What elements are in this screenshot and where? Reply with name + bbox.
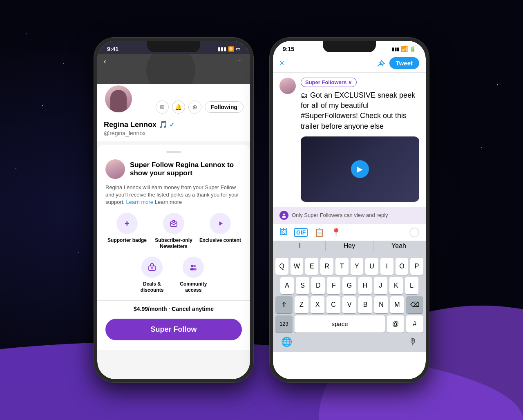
notice-text: Only Super Followers can view and reply [292,212,388,218]
location-icon[interactable]: 📍 [331,228,341,237]
svg-point-16 [282,216,286,218]
divider [97,300,250,301]
notification-button[interactable]: 🔔 [172,101,185,114]
more-button[interactable]: ··· [236,57,244,64]
avatar-row: ✉ 🔔 ⊕ Following [97,84,250,117]
tweet-button[interactable]: Tweet [389,57,419,69]
svg-point-15 [283,213,285,215]
key-v[interactable]: V [342,296,356,313]
left-phone: 9:41 ▮▮▮ 🛜 ▭ ‹ ··· [94,38,253,382]
key-w[interactable]: W [291,258,304,275]
key-l[interactable]: L [405,277,418,294]
super-follow-sheet: Super Follow Regina Lennox to show your … [97,145,250,350]
svg-point-9 [151,267,153,269]
gif-icon[interactable]: GIF [294,228,308,237]
back-button[interactable]: ‹ [104,57,106,66]
key-p[interactable]: P [410,258,423,275]
sheet-handle [166,151,181,153]
avatar-silhouette [110,90,127,112]
sheet-subtitle: Regina Lennox will earn money from your … [105,184,242,206]
notch-right [323,41,376,52]
key-z[interactable]: Z [295,296,308,313]
perk-community: Communityaccess [180,257,207,294]
suggestion-hey[interactable]: Hey [325,241,373,251]
key-a[interactable]: A [280,277,294,294]
compose-content: Super Followers ∨ 🗂 Got an EXCLUSIVE sne… [301,78,419,202]
key-n[interactable]: N [374,296,388,313]
sheet-title: Super Follow Regina Lennox to show your … [130,161,242,177]
add-button[interactable]: ⊕ [188,101,201,114]
chevron-down-icon: ∨ [348,79,352,85]
key-e[interactable]: E [305,258,318,275]
signal-icon-right: ▮▮▮ [392,47,399,52]
key-h[interactable]: H [358,277,372,294]
video-thumbnail[interactable]: ▶ [301,136,419,202]
space-key[interactable]: space [295,315,385,333]
hash-key[interactable]: # [406,315,423,333]
perk-newsletters: Subscriber-only Newsletters [152,213,195,250]
audience-selector[interactable]: Super Followers ∨ [301,78,357,87]
verified-badge: ✓ [169,121,174,129]
key-s[interactable]: S [296,277,309,294]
notice-icon [279,211,288,220]
mic-icon[interactable]: 🎙 [409,337,418,347]
compose-toolbar: 🖼 GIF 📋 📍 [273,224,426,241]
key-c[interactable]: C [326,296,340,313]
compose-header: × Tweet [273,54,426,73]
newsletters-label: Subscriber-only Newsletters [152,237,195,250]
key-u[interactable]: U [365,258,378,275]
key-y[interactable]: Y [351,258,364,275]
perks-row2: Deals &discounts Communityaccess [105,257,242,294]
key-g[interactable]: G [342,277,356,294]
shift-key[interactable]: ⇧ [275,296,293,313]
key-x[interactable]: X [311,296,324,313]
profile-handle: @regina_lennox [104,130,244,136]
key-q[interactable]: Q [275,258,288,275]
perk-exclusive: Exclusive content [199,213,242,250]
key-j[interactable]: J [374,277,387,294]
tweet-text[interactable]: 🗂 Got an EXCLUSIVE sneak peek for all of… [301,90,419,132]
suggestion-i[interactable]: I [276,241,324,251]
num-key[interactable]: 123 [275,315,293,333]
delete-key[interactable]: ⌫ [406,296,423,313]
phones-container: 9:41 ▮▮▮ 🛜 ▭ ‹ ··· [94,38,429,382]
play-button[interactable]: ▶ [351,160,369,178]
profile-name: Regina Lennox 🎵 ✓ [104,120,244,129]
sheet-header: Super Follow Regina Lennox to show your … [105,159,242,179]
wifi-icon-right: 📶 [401,46,408,52]
status-icons-right: ▮▮▮ 📶 🔋 [392,46,416,52]
key-k[interactable]: K [389,277,403,294]
wifi-icon: 🛜 [228,46,234,52]
image-icon[interactable]: 🖼 [279,228,288,237]
community-label: Communityaccess [180,281,207,294]
compose-icons: Tweet [377,57,419,69]
perk-supporter-badge: ✚ Supporter badge [105,213,149,250]
key-m[interactable]: M [390,296,404,313]
suggestion-yeah[interactable]: Yeah [375,241,422,251]
key-d[interactable]: D [311,277,325,294]
right-phone: 9:15 ▮▮▮ 📶 🔋 × Tweet [270,38,429,382]
key-i[interactable]: I [380,258,393,275]
avatar-left [104,84,133,114]
key-f[interactable]: F [327,277,340,294]
notch [147,41,200,52]
list-icon[interactable]: 📋 [314,228,324,237]
at-key[interactable]: @ [387,315,404,333]
sheet-avatar [105,159,125,179]
key-row-1: Q W E R T Y U I O P [275,258,424,275]
super-follow-button[interactable]: Super Follow [105,319,242,340]
message-button[interactable]: ✉ [156,101,169,114]
draft-icon[interactable] [377,59,386,68]
globe-icon[interactable]: 🌐 [281,337,292,347]
svg-text:✚: ✚ [125,220,130,227]
learn-more-link[interactable]: Learn more [126,199,153,205]
key-r[interactable]: R [320,258,333,275]
close-button[interactable]: × [279,58,284,68]
avatar-image [105,85,132,112]
signal-icon: ▮▮▮ [218,46,226,52]
key-o[interactable]: O [396,258,409,275]
key-b[interactable]: B [358,296,372,313]
learn-more-text[interactable]: Learn more [155,199,182,205]
following-button[interactable]: Following [205,101,244,113]
key-t[interactable]: T [335,258,349,275]
